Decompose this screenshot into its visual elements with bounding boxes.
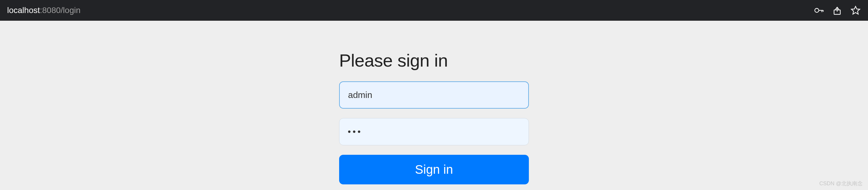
share-icon[interactable] — [832, 5, 842, 16]
url-host: localhost — [7, 6, 40, 15]
page-content: Please sign in Sign in — [0, 21, 868, 184]
star-icon[interactable] — [850, 5, 861, 16]
login-form: Please sign in Sign in — [339, 50, 529, 184]
url-path: :8080/login — [40, 6, 81, 15]
url-display: localhost:8080/login — [7, 6, 81, 15]
signin-button[interactable]: Sign in — [339, 155, 529, 184]
svg-marker-6 — [851, 6, 860, 14]
password-input[interactable] — [339, 118, 529, 145]
svg-point-0 — [815, 8, 819, 12]
browser-address-bar[interactable]: localhost:8080/login — [0, 0, 868, 21]
address-bar-actions — [813, 5, 861, 16]
page-title: Please sign in — [339, 50, 529, 71]
username-input[interactable] — [339, 81, 529, 109]
key-icon[interactable] — [813, 5, 824, 16]
